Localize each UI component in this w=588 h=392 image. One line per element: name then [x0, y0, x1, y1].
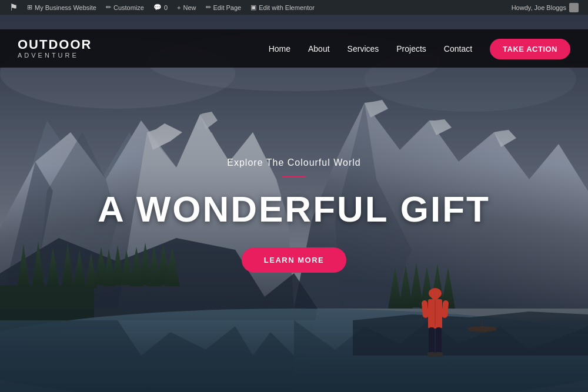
hero-learn-more-button[interactable]: LEARN MORE — [242, 247, 346, 273]
nav-item-contact[interactable]: Contact — [444, 43, 472, 54]
wp-logo-icon: ⚑ — [9, 2, 18, 13]
edit-page-item[interactable]: ✏ Edit Page — [201, 0, 246, 15]
logo-line2: ADVENTURE — [18, 52, 92, 59]
new-label: New — [183, 4, 196, 11]
hero-section: OUTDOOR ADVENTURE Home About Services Pr… — [0, 15, 588, 392]
hero-figure — [417, 286, 453, 368]
nav-item-projects[interactable]: Projects — [396, 43, 426, 54]
nav-item-about[interactable]: About — [308, 43, 330, 54]
customize-item[interactable]: ✏ Customize — [101, 0, 149, 15]
site-icon: ⊞ — [27, 4, 32, 11]
comments-count: 0 — [164, 4, 168, 11]
nav-link-home[interactable]: Home — [269, 44, 290, 53]
howdy-item[interactable]: Howdy, Joe Bloggs — [507, 0, 583, 15]
edit-page-label: Edit Page — [213, 4, 242, 11]
svg-rect-57 — [436, 327, 442, 354]
customize-label: Customize — [113, 4, 144, 11]
wp-logo-item[interactable]: ⚑ — [5, 0, 22, 15]
site-name-label: My Business Website — [35, 4, 96, 11]
svg-rect-54 — [422, 300, 429, 319]
svg-point-52 — [429, 288, 442, 299]
customize-icon: ✏ — [106, 4, 111, 11]
nav-link-about[interactable]: About — [308, 44, 330, 53]
nav-links-list: Home About Services Projects Contact TAK… — [269, 43, 570, 54]
edit-page-icon: ✏ — [206, 4, 211, 11]
nav-cta-button[interactable]: TAKE ACTION — [490, 39, 570, 59]
comments-icon: 💬 — [153, 4, 162, 11]
hero-content: Explore The Colourful World A WONDERFUL … — [0, 15, 588, 392]
nav-link-services[interactable]: Services — [348, 44, 379, 53]
user-avatar — [569, 3, 579, 12]
svg-rect-55 — [442, 300, 449, 319]
nav-item-home[interactable]: Home — [269, 43, 290, 54]
new-icon: + — [177, 4, 181, 11]
hero-title: A WONDERFUL GIFT — [98, 188, 490, 230]
main-nav: Home About Services Projects Contact TAK… — [269, 43, 570, 54]
elementor-icon: ▣ — [250, 4, 256, 11]
hero-subtitle: Explore The Colourful World — [227, 158, 360, 168]
edit-elementor-label: Edit with Elementor — [259, 4, 315, 11]
site-logo[interactable]: OUTDOOR ADVENTURE — [18, 38, 92, 59]
hero-subtitle-divider — [282, 176, 306, 177]
comments-item[interactable]: 💬 0 — [149, 0, 172, 15]
admin-bar-right: Howdy, Joe Bloggs — [507, 0, 583, 15]
svg-rect-56 — [429, 327, 435, 354]
nav-item-cta[interactable]: TAKE ACTION — [490, 43, 570, 54]
admin-bar: ⚑ ⊞ My Business Website ✏ Customize 💬 0 … — [0, 0, 588, 15]
nav-link-contact[interactable]: Contact — [444, 44, 472, 53]
site-name-item[interactable]: ⊞ My Business Website — [22, 0, 101, 15]
logo-line1: OUTDOOR — [18, 38, 92, 51]
edit-elementor-item[interactable]: ▣ Edit with Elementor — [246, 0, 319, 15]
svg-rect-59 — [435, 352, 443, 357]
new-item[interactable]: + New — [172, 0, 201, 15]
nav-item-services[interactable]: Services — [348, 43, 379, 54]
howdy-label: Howdy, Joe Bloggs — [512, 4, 566, 11]
site-navigation: OUTDOOR ADVENTURE Home About Services Pr… — [0, 29, 588, 68]
svg-rect-58 — [427, 352, 435, 357]
nav-link-projects[interactable]: Projects — [396, 44, 426, 53]
